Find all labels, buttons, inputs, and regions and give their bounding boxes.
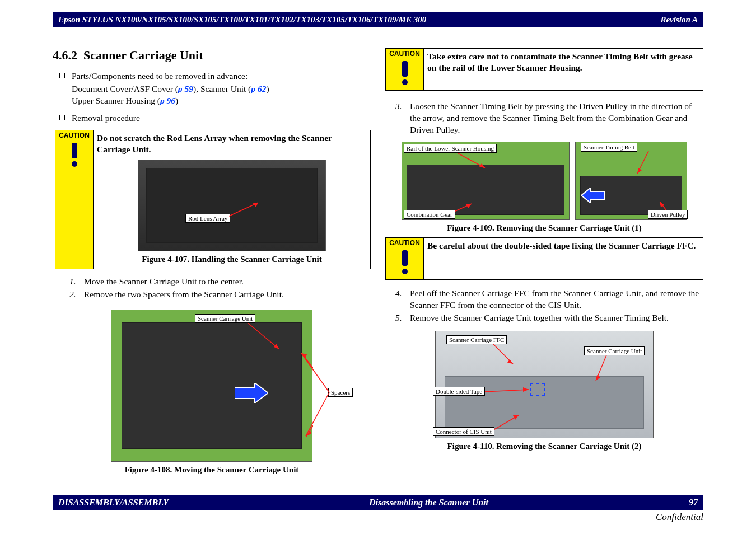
figure-109-image-left [402,142,570,220]
caution-icon [394,248,416,276]
advance-line-1: Document Cover/ASF Cover (p 59), Scanner… [72,83,371,95]
svg-marker-31 [523,387,529,392]
step-3: 3. Loosen the Scanner Timing Belt by pre… [395,101,703,136]
caution-badge: CAUTION [386,49,424,90]
callout-rail: Rail of the Lower Scanner Housing [404,144,497,153]
callout-timing-belt: Scanner Timing Belt [581,143,637,152]
bullet-advance: Parts/Components need to be removed in a… [59,71,371,82]
footer-center: Disassembling the Scanner Unit [369,498,488,508]
svg-point-25 [402,269,408,274]
link-p96[interactable]: p 96 [160,96,175,105]
svg-line-2 [229,203,258,216]
removal-label: Removal procedure [72,113,371,124]
caution-icon [394,59,416,87]
figure-107-image: Rod Lens Array [138,160,326,251]
svg-line-7 [302,354,313,393]
callout-scanner-carriage-unit: Scanner Carriage Unit [584,346,645,355]
callout-driven-pulley: Driven Pulley [648,210,688,219]
caution-icon [63,140,86,168]
caution-2: CAUTION Take extra care not to contamina… [385,48,703,91]
svg-point-14 [402,79,408,85]
caution-1: CAUTION Do not scratch the Rod Lens Arra… [55,130,371,269]
svg-rect-24 [402,250,408,266]
caution-3: CAUTION Be careful about the double-side… [385,237,703,280]
page-header: Epson STYLUS NX100/NX105/SX100/SX105/TX1… [53,12,703,27]
caution-2-text: Take extra care not to contaminate the S… [424,49,703,90]
callout-cis-connector: Connector of CIS Unit [433,427,494,436]
svg-marker-27 [507,359,513,364]
right-column: CAUTION Take extra care not to contamina… [385,34,703,489]
svg-marker-29 [596,375,600,381]
footer-page: 97 [689,498,698,508]
advance-label: Parts/Components need to be removed in a… [72,71,371,82]
link-p59[interactable]: p 59 [178,84,193,93]
left-column: 4.6.2 Scanner Carriage Unit Parts/Compon… [53,34,371,489]
caution-label: CAUTION [389,50,420,58]
svg-point-1 [72,161,77,167]
checkbox-icon [59,115,65,120]
figure-110: Scanner Carriage FFC Scanner Carriage Un… [385,331,703,451]
caution-label: CAUTION [59,132,90,139]
svg-rect-13 [402,61,408,77]
svg-marker-33 [513,415,519,420]
footer-left: DISASSEMBLY/ASSEMBLY [58,498,169,508]
checkbox-icon [59,73,65,78]
svg-marker-21 [637,168,642,174]
svg-rect-0 [72,143,77,158]
figure-108: Scanner Carriage Unit Spacers Figure 4-1… [53,310,371,475]
caution-3-text: Be careful about the double-sided tape f… [424,238,703,279]
page-footer: DISASSEMBLY/ASSEMBLY Disassembling the S… [53,495,703,510]
callout-spacers: Spacers [328,388,353,397]
step-2: 2. Remove the two Spacers from the Scann… [69,289,371,301]
header-revision: Revision A [660,15,698,25]
step-4: 4. Peel off the Scanner Carriage FFC fro… [395,288,703,311]
caution-1-text: Do not scratch the Rod Lens Array when r… [94,130,370,157]
section-heading: 4.6.2 Scanner Carriage Unit [53,48,371,63]
figure-108-image [111,310,312,462]
callout-scanner-carriage-unit: Scanner Carriage Unit [195,314,255,323]
caution-badge: CAUTION [386,238,424,279]
figure-108-caption: Figure 4-108. Moving the Scanner Carriag… [125,465,299,475]
svg-line-5 [246,321,279,349]
svg-line-30 [484,390,529,392]
step-1: 1. Move the Scanner Carriage Unit to the… [69,276,371,288]
bullet-removal: Removal procedure [59,113,371,124]
svg-marker-6 [274,344,279,349]
caution-label: CAUTION [389,239,420,247]
figure-107-caption: Figure 4-107. Handling the Scanner Carri… [142,255,322,264]
figure-109-image-right [575,142,687,220]
header-title: Epson STYLUS NX100/NX105/SX100/SX105/TX1… [58,15,426,25]
callout-scanner-ffc: Scanner Carriage FFC [446,335,507,344]
link-p62[interactable]: p 62 [251,84,266,93]
figure-109-caption: Figure 4-109. Removing the Scanner Carri… [447,223,642,233]
section-number: 4.6.2 [53,48,77,62]
page-content: 4.6.2 Scanner Carriage Unit Parts/Compon… [53,34,703,489]
step-5: 5. Remove the Scanner Carriage Unit toge… [395,312,703,324]
caution-badge: CAUTION [55,130,94,269]
figure-109: Rail of the Lower Scanner Housing Scanne… [385,142,703,233]
advance-line-2: Upper Scanner Housing (p 96) [72,95,371,107]
section-title-text: Scanner Carriage Unit [83,48,203,62]
callout-combination-gear: Combination Gear [404,210,455,219]
confidential-label: Confidential [656,512,703,523]
callout-double-sided-tape: Double-sided Tape [433,387,485,396]
svg-marker-16 [479,163,485,168]
figure-110-caption: Figure 4-110. Removing the Scanner Carri… [447,442,642,451]
svg-line-8 [306,393,313,437]
